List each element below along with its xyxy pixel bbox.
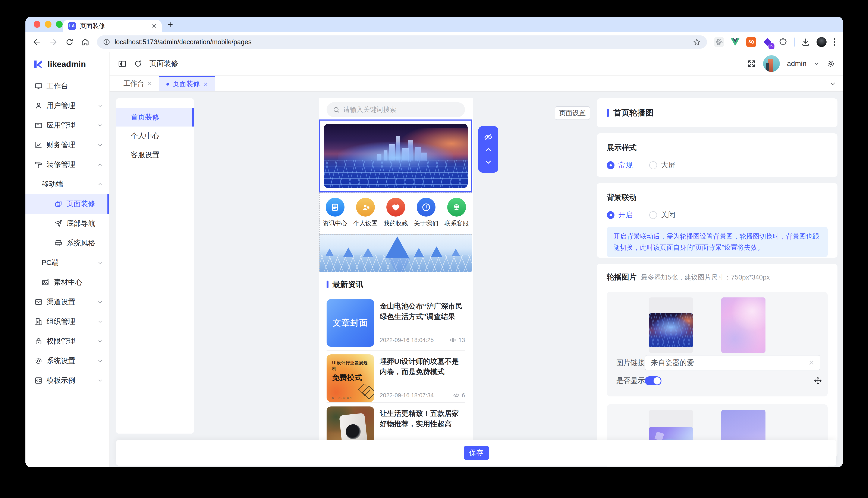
- page-list-item-service[interactable]: 客服设置: [116, 145, 194, 164]
- article-meta: 2022-09-16 18:04:25 13: [380, 337, 465, 343]
- gem-extension-icon[interactable]: 5: [762, 37, 772, 47]
- nav-item-profile-settings[interactable]: 个人设置: [351, 198, 380, 234]
- carousel-item-1: 图片链接 是否显示: [607, 292, 828, 396]
- sidebar-item-bottom-nav[interactable]: 底部导航: [25, 214, 109, 233]
- fullscreen-icon[interactable]: [747, 59, 756, 68]
- move-widget-down-icon[interactable]: [484, 158, 492, 166]
- downloads-icon[interactable]: [801, 37, 810, 47]
- url-text[interactable]: localhost:5173/admin/decoration/mobile/p…: [114, 38, 688, 46]
- close-icon[interactable]: [148, 81, 152, 86]
- react-devtools-icon[interactable]: [714, 37, 724, 47]
- radio-large-screen[interactable]: 大屏: [649, 160, 675, 170]
- minimize-window-button[interactable]: [45, 21, 51, 27]
- reload-icon[interactable]: [65, 38, 74, 46]
- drag-handle-icon[interactable]: [814, 377, 822, 385]
- tab-list-chevron-icon[interactable]: [830, 81, 836, 87]
- sidebar-item-pc[interactable]: PC端: [25, 253, 109, 273]
- toolbar-separator: [794, 38, 795, 46]
- home-icon[interactable]: [81, 38, 89, 46]
- url-bar[interactable]: localhost:5173/admin/decoration/mobile/p…: [97, 36, 707, 49]
- sidebar-item-system-style[interactable]: 系统风格: [25, 233, 109, 253]
- bookmark-star-icon[interactable]: [693, 38, 701, 46]
- show-toggle[interactable]: [645, 376, 662, 385]
- hide-widget-icon[interactable]: [484, 133, 493, 142]
- image-icon: [41, 278, 50, 287]
- sidebar-item-permission-management[interactable]: 权限管理: [25, 331, 109, 351]
- sidebar-item-user-management[interactable]: 用户管理: [25, 96, 109, 116]
- save-button[interactable]: 保存: [464, 446, 489, 460]
- user-menu-chevron-icon[interactable]: [814, 61, 819, 66]
- banner-widget[interactable]: [319, 235, 472, 272]
- radio-enable[interactable]: 开启: [607, 210, 633, 220]
- sq-extension-icon[interactable]: SQ: [746, 37, 756, 47]
- article-item[interactable]: UI设计行业发展危机 免费模式 UI DESIGN 埋葬UI设计师的坟墓不是内卷…: [327, 353, 465, 404]
- user-avatar[interactable]: [763, 55, 780, 72]
- carousel-widget-selected[interactable]: [319, 119, 472, 193]
- radio-normal[interactable]: 常规: [607, 160, 633, 170]
- sidebar-item-material-center[interactable]: 素材中心: [25, 273, 109, 292]
- phone-search-widget[interactable]: 请输入关键词搜索: [327, 102, 465, 117]
- sidebar-item-channel-settings[interactable]: 渠道设置: [25, 292, 109, 312]
- zoom-window-button[interactable]: [56, 21, 63, 27]
- cover-footnote: UI DESIGN: [332, 396, 353, 399]
- carousel-image-thumb[interactable]: [649, 298, 693, 353]
- brand[interactable]: likeadmin: [25, 52, 109, 76]
- sidebar: likeadmin 工作台 用户管理 应用管理: [25, 52, 110, 467]
- extensions-puzzle-icon[interactable]: [778, 37, 788, 47]
- headset-icon: [447, 198, 466, 217]
- nav-item-news[interactable]: 资讯中心: [321, 198, 349, 234]
- nav-item-label: 资讯中心: [323, 219, 347, 227]
- close-window-button[interactable]: [34, 21, 40, 27]
- carousel-background-thumb[interactable]: [721, 298, 765, 353]
- extensions-row: SQ 5: [714, 37, 837, 47]
- collapse-sidebar-icon[interactable]: [118, 59, 127, 68]
- close-icon[interactable]: [203, 82, 208, 87]
- display-style-radios: 常规 大屏: [607, 160, 828, 170]
- back-icon[interactable]: [32, 37, 41, 47]
- widget-toolbar: [478, 126, 498, 173]
- sidebar-item-app-management[interactable]: 应用管理: [25, 116, 109, 135]
- site-info-icon[interactable]: [103, 38, 110, 45]
- image-link-row: 图片链接: [616, 355, 820, 371]
- sidebar-item-page-decoration[interactable]: 页面装修: [25, 194, 109, 214]
- admin-app: likeadmin 工作台 用户管理 应用管理: [25, 52, 843, 467]
- sidebar-item-label: 页面装修: [66, 199, 95, 209]
- sidebar-item-workbench[interactable]: 工作台: [25, 76, 109, 96]
- page-list-item-profile[interactable]: 个人中心: [116, 127, 194, 145]
- icon-nav-widget[interactable]: 资讯中心 个人设置 我的收藏 关于我们: [319, 193, 472, 235]
- page-list-item-home[interactable]: 首页装修: [116, 108, 194, 127]
- workspace-tab-page-decoration[interactable]: 页面装修: [159, 76, 215, 91]
- username[interactable]: admin: [787, 60, 807, 68]
- exclamation-icon: [417, 198, 435, 217]
- sidebar-item-template-examples[interactable]: 模板示例: [25, 371, 109, 391]
- vue-devtools-icon[interactable]: [730, 37, 740, 47]
- nav-item-contact-service[interactable]: 联系客服: [442, 198, 471, 234]
- workspace-tab-workbench[interactable]: 工作台: [116, 76, 159, 91]
- nav-item-favorites[interactable]: 我的收藏: [381, 198, 410, 234]
- move-widget-up-icon[interactable]: [484, 146, 492, 154]
- clear-input-icon[interactable]: [808, 360, 815, 366]
- page-settings-button[interactable]: 页面设置: [555, 106, 590, 120]
- sidebar-item-mobile[interactable]: 移动端: [25, 174, 109, 194]
- radio-disable[interactable]: 关闭: [649, 210, 675, 220]
- article-date: 2022-09-16 18:07:34: [380, 392, 434, 399]
- new-tab-button[interactable]: [167, 22, 174, 28]
- breadcrumb: 页面装修: [150, 59, 178, 68]
- news-section-header[interactable]: 最新资讯: [327, 279, 363, 290]
- image-link-input[interactable]: [651, 359, 805, 367]
- sidebar-item-decoration-management[interactable]: 装修管理: [25, 155, 109, 174]
- forward-icon[interactable]: [49, 37, 58, 47]
- browser-profile-avatar[interactable]: [817, 37, 827, 47]
- browser-menu-icon[interactable]: [832, 38, 837, 46]
- refresh-icon[interactable]: [134, 60, 142, 68]
- sidebar-item-finance-management[interactable]: 财务管理: [25, 135, 109, 155]
- article-item[interactable]: 文章封面 金山电池公布“沪广深市民绿色生活方式”调查结果 2022-09-16 …: [327, 298, 465, 348]
- tab-close-icon[interactable]: [152, 24, 156, 28]
- browser-tab[interactable]: LA 页面装修: [63, 20, 162, 32]
- radio-dot: [649, 211, 657, 219]
- sidebar-item-organization-management[interactable]: 组织管理: [25, 312, 109, 331]
- nav-item-about-us[interactable]: 关于我们: [412, 198, 441, 234]
- settings-gear-icon[interactable]: [827, 60, 835, 68]
- nav-item-label: 联系客服: [445, 219, 469, 227]
- sidebar-item-system-settings[interactable]: 系统设置: [25, 351, 109, 371]
